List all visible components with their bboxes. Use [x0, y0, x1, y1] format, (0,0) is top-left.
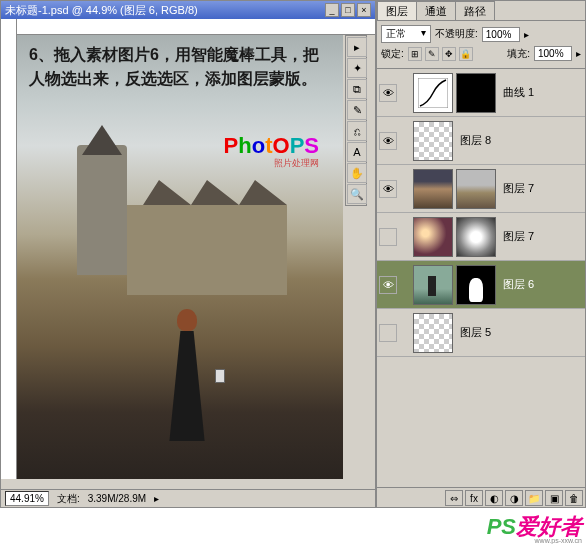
lock-position-icon[interactable]: ✥ — [442, 47, 456, 61]
layer-row[interactable]: 图层 7 — [377, 213, 585, 261]
opacity-label: 不透明度: — [435, 27, 478, 41]
layer-thumbnail — [413, 265, 453, 305]
lock-transparency-icon[interactable]: ⊞ — [408, 47, 422, 61]
layer-name[interactable]: 图层 8 — [460, 133, 491, 148]
zoom-tool-icon[interactable]: 🔍 — [347, 184, 367, 204]
close-button[interactable]: × — [357, 3, 371, 17]
curves-thumbnail — [413, 73, 453, 113]
fill-input[interactable]: 100% — [534, 46, 572, 61]
tab-paths[interactable]: 路径 — [455, 1, 495, 20]
fx-icon[interactable]: fx — [465, 490, 483, 506]
zoom-level[interactable]: 44.91% — [5, 491, 49, 506]
lock-all-icon[interactable]: 🔒 — [459, 47, 473, 61]
mask-icon[interactable]: ◐ — [485, 490, 503, 506]
visibility-toggle-icon[interactable]: 👁 — [379, 132, 397, 150]
visibility-toggle-icon[interactable]: 👁 — [379, 276, 397, 294]
status-bar: 44.91% 文档: 3.39M/28.9M ▸ — [1, 489, 375, 507]
minimize-button[interactable]: _ — [325, 3, 339, 17]
mask-thumbnail — [456, 73, 496, 113]
panel-controls: 正常 ▾ 不透明度: 100% ▸ 锁定: ⊞ ✎ ✥ 🔒 填充: 100% ▸ — [377, 21, 585, 69]
layer-thumbnail — [413, 217, 453, 257]
lock-label: 锁定: — [381, 47, 404, 61]
window-title: 未标题-1.psd @ 44.9% (图层 6, RGB/8) — [5, 3, 325, 18]
ruler-vertical — [1, 19, 17, 479]
hand-tool-icon[interactable]: ✋ — [347, 163, 367, 183]
panel-footer: ⇔ fx ◐ ◑ 📁 ▣ 🗑 — [377, 487, 585, 507]
adjustment-icon[interactable]: ◑ — [505, 490, 523, 506]
tool-strip: ▸ ✦ ⧉ ✎ ⎌ A ✋ 🔍 — [345, 35, 367, 206]
chevron-down-icon: ▾ — [421, 27, 426, 41]
figure-image — [157, 309, 217, 449]
canvas[interactable]: 6、拖入素材图片6，用智能魔棒工具，把人物选出来，反选选区，添加图层蒙版。 Ph… — [17, 35, 343, 479]
status-arrow-icon[interactable]: ▸ — [154, 493, 159, 504]
instruction-text: 6、拖入素材图片6，用智能魔棒工具，把人物选出来，反选选区，添加图层蒙版。 — [29, 43, 331, 91]
folder-icon[interactable]: 📁 — [525, 490, 543, 506]
doc-size: 3.39M/28.9M — [88, 493, 146, 504]
brush-tool-icon[interactable]: ✎ — [347, 100, 367, 120]
layer-name[interactable]: 图层 5 — [460, 325, 491, 340]
tab-channels[interactable]: 通道 — [416, 1, 456, 20]
wand-tool-icon[interactable]: ✦ — [347, 58, 367, 78]
layer-thumbnail — [413, 121, 453, 161]
layer-row[interactable]: 👁图层 8 — [377, 117, 585, 165]
layer-row[interactable]: 👁图层 7 — [377, 165, 585, 213]
castle-image — [37, 145, 317, 325]
fill-arrow-icon[interactable]: ▸ — [576, 48, 581, 59]
layer-name[interactable]: 图层 7 — [503, 229, 534, 244]
doc-label: 文档: — [57, 492, 80, 506]
clone-tool-icon[interactable]: ⎌ — [347, 121, 367, 141]
visibility-toggle-icon[interactable] — [379, 228, 397, 246]
layer-thumbnail — [413, 169, 453, 209]
mask-thumbnail — [456, 169, 496, 209]
visibility-toggle-icon[interactable]: 👁 — [379, 180, 397, 198]
visibility-toggle-icon[interactable]: 👁 — [379, 84, 397, 102]
layer-row[interactable]: 图层 5 — [377, 309, 585, 357]
title-bar: 未标题-1.psd @ 44.9% (图层 6, RGB/8) _ □ × — [1, 1, 375, 19]
lock-pixels-icon[interactable]: ✎ — [425, 47, 439, 61]
tab-layers[interactable]: 图层 — [377, 1, 417, 20]
layer-name[interactable]: 图层 7 — [503, 181, 534, 196]
opacity-arrow-icon[interactable]: ▸ — [524, 29, 529, 40]
visibility-toggle-icon[interactable] — [379, 324, 397, 342]
layers-panel: 图层 通道 路径 正常 ▾ 不透明度: 100% ▸ 锁定: ⊞ ✎ ✥ 🔒 填… — [376, 0, 586, 508]
panel-tabs: 图层 通道 路径 — [377, 1, 585, 21]
watermark-url: www.ps-xxw.cn — [535, 537, 582, 544]
ruler-horizontal — [17, 19, 375, 35]
text-tool-icon[interactable]: A — [347, 142, 367, 162]
fill-label: 填充: — [507, 47, 530, 61]
new-layer-icon[interactable]: ▣ — [545, 490, 563, 506]
link-layers-icon[interactable]: ⇔ — [445, 490, 463, 506]
maximize-button[interactable]: □ — [341, 3, 355, 17]
mask-thumbnail — [456, 217, 496, 257]
layer-row[interactable]: 👁曲线 1 — [377, 69, 585, 117]
trash-icon[interactable]: 🗑 — [565, 490, 583, 506]
blend-mode-dropdown[interactable]: 正常 ▾ — [381, 25, 431, 43]
arrow-tool-icon[interactable]: ▸ — [347, 37, 367, 57]
layers-list[interactable]: 👁曲线 1👁图层 8👁图层 7图层 7👁图层 6图层 5 — [377, 69, 585, 509]
mask-thumbnail — [456, 265, 496, 305]
layer-name[interactable]: 图层 6 — [503, 277, 534, 292]
crop-tool-icon[interactable]: ⧉ — [347, 79, 367, 99]
opacity-input[interactable]: 100% — [482, 27, 520, 42]
layer-row[interactable]: 👁图层 6 — [377, 261, 585, 309]
layer-thumbnail — [413, 313, 453, 353]
layer-name[interactable]: 曲线 1 — [503, 85, 534, 100]
document-window: 未标题-1.psd @ 44.9% (图层 6, RGB/8) _ □ × 6、… — [0, 0, 376, 508]
